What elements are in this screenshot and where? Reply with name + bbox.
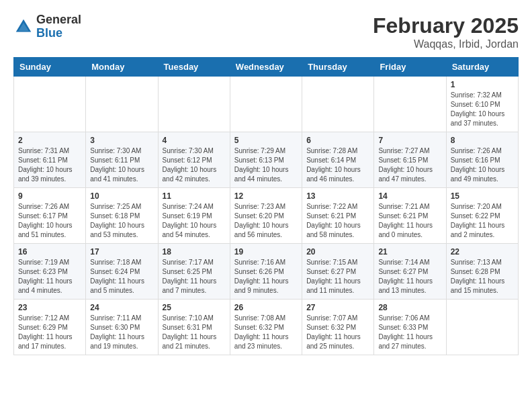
calendar-week-row: 9Sunrise: 7:26 AM Sunset: 6:17 PM Daylig…: [14, 188, 519, 244]
calendar-week-row: 1Sunrise: 7:32 AM Sunset: 6:10 PM Daylig…: [14, 77, 519, 132]
calendar-cell: 24Sunrise: 7:11 AM Sunset: 6:30 PM Dayli…: [86, 300, 158, 355]
calendar-cell: 22Sunrise: 7:13 AM Sunset: 6:28 PM Dayli…: [446, 244, 518, 300]
day-number: 9: [18, 191, 81, 201]
day-info: Sunrise: 7:18 AM Sunset: 6:24 PM Dayligh…: [90, 258, 153, 295]
day-number: 24: [90, 303, 153, 312]
calendar-cell: 13Sunrise: 7:22 AM Sunset: 6:21 PM Dayli…: [302, 188, 374, 244]
day-number: 16: [18, 247, 81, 257]
calendar-cell: 9Sunrise: 7:26 AM Sunset: 6:17 PM Daylig…: [14, 188, 86, 244]
calendar-cell: 18Sunrise: 7:17 AM Sunset: 6:25 PM Dayli…: [158, 244, 230, 300]
location-subtitle: Waqqas, Irbid, Jordan: [373, 38, 519, 50]
day-number: 4: [163, 136, 226, 145]
day-number: 28: [378, 303, 441, 312]
page-header: General Blue February 2025 Waqqas, Irbid…: [13, 13, 519, 50]
day-number: 20: [306, 247, 369, 257]
calendar-week-row: 23Sunrise: 7:12 AM Sunset: 6:29 PM Dayli…: [14, 300, 519, 355]
day-info: Sunrise: 7:30 AM Sunset: 6:12 PM Dayligh…: [163, 146, 226, 184]
title-block: February 2025 Waqqas, Irbid, Jordan: [373, 13, 519, 50]
calendar-cell: [230, 77, 302, 132]
day-info: Sunrise: 7:22 AM Sunset: 6:21 PM Dayligh…: [306, 202, 369, 240]
calendar-cell: 10Sunrise: 7:25 AM Sunset: 6:18 PM Dayli…: [86, 188, 158, 244]
calendar-cell: 17Sunrise: 7:18 AM Sunset: 6:24 PM Dayli…: [86, 244, 158, 300]
calendar-cell: 6Sunrise: 7:28 AM Sunset: 6:14 PM Daylig…: [302, 132, 374, 188]
calendar-cell: [86, 77, 158, 132]
day-info: Sunrise: 7:26 AM Sunset: 6:17 PM Dayligh…: [18, 202, 81, 240]
logo-general: General: [36, 13, 81, 27]
calendar-cell: 21Sunrise: 7:14 AM Sunset: 6:27 PM Dayli…: [374, 244, 446, 300]
day-info: Sunrise: 7:19 AM Sunset: 6:23 PM Dayligh…: [18, 258, 81, 295]
day-info: Sunrise: 7:26 AM Sunset: 6:16 PM Dayligh…: [451, 146, 514, 184]
calendar-cell: 15Sunrise: 7:20 AM Sunset: 6:22 PM Dayli…: [446, 188, 518, 244]
calendar-cell: 20Sunrise: 7:15 AM Sunset: 6:27 PM Dayli…: [302, 244, 374, 300]
day-info: Sunrise: 7:17 AM Sunset: 6:25 PM Dayligh…: [163, 258, 226, 295]
day-header-wednesday: Wednesday: [230, 58, 302, 77]
calendar-cell: [302, 77, 374, 132]
day-number: 7: [378, 136, 441, 145]
day-info: Sunrise: 7:14 AM Sunset: 6:27 PM Dayligh…: [378, 258, 441, 295]
day-number: 5: [234, 136, 298, 145]
day-info: Sunrise: 7:07 AM Sunset: 6:32 PM Dayligh…: [306, 314, 369, 351]
day-number: 3: [90, 136, 153, 145]
calendar-cell: [446, 300, 518, 355]
day-info: Sunrise: 7:12 AM Sunset: 6:29 PM Dayligh…: [18, 314, 81, 351]
day-number: 22: [451, 247, 514, 257]
day-header-tuesday: Tuesday: [158, 58, 230, 77]
day-number: 17: [90, 247, 153, 257]
calendar-cell: 3Sunrise: 7:30 AM Sunset: 6:11 PM Daylig…: [86, 132, 158, 188]
calendar-week-row: 16Sunrise: 7:19 AM Sunset: 6:23 PM Dayli…: [14, 244, 519, 300]
calendar-cell: 8Sunrise: 7:26 AM Sunset: 6:16 PM Daylig…: [446, 132, 518, 188]
day-info: Sunrise: 7:06 AM Sunset: 6:33 PM Dayligh…: [378, 314, 441, 351]
day-header-sunday: Sunday: [14, 58, 86, 77]
day-number: 10: [90, 191, 153, 201]
day-number: 15: [451, 191, 514, 201]
day-number: 13: [306, 191, 369, 201]
calendar-cell: 5Sunrise: 7:29 AM Sunset: 6:13 PM Daylig…: [230, 132, 302, 188]
day-header-monday: Monday: [86, 58, 158, 77]
day-info: Sunrise: 7:29 AM Sunset: 6:13 PM Dayligh…: [234, 146, 298, 184]
calendar-cell: [14, 77, 86, 132]
calendar-cell: 2Sunrise: 7:31 AM Sunset: 6:11 PM Daylig…: [14, 132, 86, 188]
calendar-cell: 27Sunrise: 7:07 AM Sunset: 6:32 PM Dayli…: [302, 300, 374, 355]
day-number: 2: [18, 136, 81, 145]
logo-text: General Blue: [36, 13, 81, 40]
day-number: 14: [378, 191, 441, 201]
calendar-cell: 19Sunrise: 7:16 AM Sunset: 6:26 PM Dayli…: [230, 244, 302, 300]
calendar-cell: 14Sunrise: 7:21 AM Sunset: 6:21 PM Dayli…: [374, 188, 446, 244]
day-info: Sunrise: 7:27 AM Sunset: 6:15 PM Dayligh…: [378, 146, 441, 184]
day-info: Sunrise: 7:31 AM Sunset: 6:11 PM Dayligh…: [18, 146, 81, 184]
day-number: 26: [234, 303, 298, 312]
calendar-cell: 23Sunrise: 7:12 AM Sunset: 6:29 PM Dayli…: [14, 300, 86, 355]
day-number: 21: [378, 247, 441, 257]
day-info: Sunrise: 7:11 AM Sunset: 6:30 PM Dayligh…: [90, 314, 153, 351]
day-number: 25: [163, 303, 226, 312]
logo-icon: [13, 17, 34, 37]
day-number: 19: [234, 247, 298, 257]
day-info: Sunrise: 7:15 AM Sunset: 6:27 PM Dayligh…: [306, 258, 369, 295]
day-info: Sunrise: 7:10 AM Sunset: 6:31 PM Dayligh…: [163, 314, 226, 351]
logo-blue: Blue: [36, 27, 81, 40]
calendar-cell: 28Sunrise: 7:06 AM Sunset: 6:33 PM Dayli…: [374, 300, 446, 355]
calendar-cell: 4Sunrise: 7:30 AM Sunset: 6:12 PM Daylig…: [158, 132, 230, 188]
day-number: 23: [18, 303, 81, 312]
day-info: Sunrise: 7:32 AM Sunset: 6:10 PM Dayligh…: [451, 91, 514, 128]
day-header-thursday: Thursday: [302, 58, 374, 77]
day-header-friday: Friday: [374, 58, 446, 77]
day-info: Sunrise: 7:16 AM Sunset: 6:26 PM Dayligh…: [234, 258, 298, 295]
calendar-cell: 1Sunrise: 7:32 AM Sunset: 6:10 PM Daylig…: [446, 77, 518, 132]
calendar-cell: 25Sunrise: 7:10 AM Sunset: 6:31 PM Dayli…: [158, 300, 230, 355]
calendar-cell: 16Sunrise: 7:19 AM Sunset: 6:23 PM Dayli…: [14, 244, 86, 300]
calendar-header-row: SundayMondayTuesdayWednesdayThursdayFrid…: [14, 58, 519, 77]
day-header-saturday: Saturday: [446, 58, 518, 77]
calendar-cell: [158, 77, 230, 132]
day-number: 12: [234, 191, 298, 201]
calendar-cell: 12Sunrise: 7:23 AM Sunset: 6:20 PM Dayli…: [230, 188, 302, 244]
day-info: Sunrise: 7:21 AM Sunset: 6:21 PM Dayligh…: [378, 202, 441, 240]
day-info: Sunrise: 7:28 AM Sunset: 6:14 PM Dayligh…: [306, 146, 369, 184]
day-number: 1: [451, 80, 514, 89]
logo: General Blue: [13, 13, 81, 40]
calendar-table: SundayMondayTuesdayWednesdayThursdayFrid…: [13, 57, 519, 355]
day-number: 8: [451, 136, 514, 145]
calendar-cell: [374, 77, 446, 132]
day-info: Sunrise: 7:08 AM Sunset: 6:32 PM Dayligh…: [234, 314, 298, 351]
day-number: 27: [306, 303, 369, 312]
